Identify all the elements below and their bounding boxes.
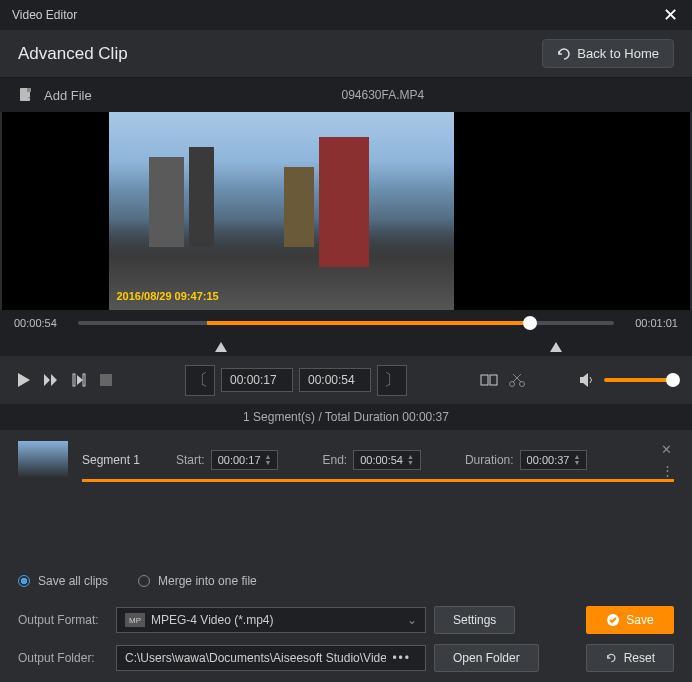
segment-end-input[interactable]: 00:00:54▲▼ [353,450,421,470]
spacer [0,490,692,566]
timeline-track[interactable] [78,321,614,325]
output-format-row: Output Format: MP MPEG-4 Video (*.mp4) ⌄… [18,606,674,634]
segment-start-input[interactable]: 00:00:17▲▼ [211,450,279,470]
svg-rect-1 [27,88,31,92]
clip-markers [0,336,692,356]
segment-more-icon[interactable]: ⋮ [661,463,674,478]
set-start-button[interactable]: 〔 [185,365,215,396]
radio-icon [18,575,30,587]
svg-rect-5 [100,374,112,386]
svg-rect-3 [73,374,75,386]
reset-button[interactable]: Reset [586,644,674,672]
save-button[interactable]: Save [586,606,674,634]
svg-rect-4 [83,374,85,386]
svg-point-9 [520,382,525,387]
svg-rect-7 [490,375,497,385]
segment-end-label: End: [322,453,347,467]
segment-thumbnail [18,441,68,479]
back-to-home-button[interactable]: Back to Home [542,39,674,68]
segment-end-field: End: 00:00:54▲▼ [322,450,420,470]
back-label: Back to Home [577,46,659,61]
playback-controls: 〔 00:00:17 00:00:54 〕 [0,356,692,404]
timeline: 00:00:54 00:01:01 [0,310,692,336]
titlebar: Video Editor ✕ [0,0,692,30]
output-folder-input[interactable]: C:\Users\wawa\Documents\Aiseesoft Studio… [116,645,426,671]
segments-summary: 1 Segment(s) / Total Duration 00:00:37 [0,404,692,430]
current-time: 00:00:54 [14,317,68,329]
preview-frame: 2016/08/29 09:47:15 [109,112,454,310]
output-folder-row: Output Folder: C:\Users\wawa\Documents\A… [18,644,674,672]
save-options: Save all clips Merge into one file [0,566,692,596]
volume-control [580,373,674,387]
output-panel: Output Format: MP MPEG-4 Video (*.mp4) ⌄… [0,596,692,682]
merge-label: Merge into one file [158,574,257,588]
mpeg-icon: MP [125,613,145,627]
segment-delete-icon[interactable]: ✕ [661,442,674,457]
save-all-radio[interactable]: Save all clips [18,574,108,588]
segment-row[interactable]: Segment 1 Start: 00:00:17▲▼ End: 00:00:5… [0,430,692,490]
volume-slider[interactable] [604,378,674,382]
video-preview[interactable]: 2016/08/29 09:47:15 [2,112,690,310]
close-button[interactable]: ✕ [660,4,680,26]
output-folder-value: C:\Users\wawa\Documents\Aiseesoft Studio… [125,651,386,665]
split-tools [480,372,526,388]
chevron-down-icon: ⌄ [407,613,417,627]
open-folder-button[interactable]: Open Folder [434,644,539,672]
browse-folder-button[interactable]: ••• [386,651,417,665]
segment-duration-field: Duration: 00:00:37▲▼ [465,450,587,470]
timeline-thumb[interactable] [523,316,537,330]
back-icon [557,47,571,61]
output-folder-label: Output Folder: [18,651,108,665]
svg-text:+: + [28,93,33,102]
page-title: Advanced Clip [18,44,128,64]
toolbar: + Add File 094630FA.MP4 [0,78,692,112]
clip-start-marker[interactable] [215,342,227,352]
svg-rect-6 [481,375,488,385]
output-format-label: Output Format: [18,613,108,627]
segment-progress-bar [82,479,674,482]
output-format-select[interactable]: MP MPEG-4 Video (*.mp4) ⌄ [116,607,426,633]
play-button[interactable] [18,373,30,387]
add-file-button[interactable]: + Add File [18,87,92,103]
settings-button[interactable]: Settings [434,606,515,634]
preview-timestamp: 2016/08/29 09:47:15 [117,290,219,302]
clip-range-group: 〔 00:00:17 00:00:54 〕 [185,365,407,396]
svg-point-8 [510,382,515,387]
split-button[interactable] [480,372,498,388]
current-filename: 094630FA.MP4 [92,88,674,102]
window-title: Video Editor [12,8,77,22]
header: Advanced Clip Back to Home [0,30,692,78]
segment-start-field: Start: 00:00:17▲▼ [176,450,278,470]
segment-duration-label: Duration: [465,453,514,467]
volume-thumb[interactable] [666,373,680,387]
output-format-value: MPEG-4 Video (*.mp4) [151,613,274,627]
volume-icon[interactable] [580,373,596,387]
radio-icon [138,575,150,587]
segment-actions: ✕ ⋮ [661,442,674,478]
add-file-label: Add File [44,88,92,103]
segment-name: Segment 1 [82,453,162,467]
next-frame-button[interactable] [72,373,86,387]
clip-end-marker[interactable] [550,342,562,352]
clip-end-input[interactable]: 00:00:54 [299,368,371,392]
segment-start-label: Start: [176,453,205,467]
clip-start-input[interactable]: 00:00:17 [221,368,293,392]
fast-forward-button[interactable] [44,374,58,386]
timeline-fill [207,321,529,325]
merge-radio[interactable]: Merge into one file [138,574,257,588]
total-time: 00:01:01 [624,317,678,329]
file-add-icon: + [18,87,34,103]
cut-button[interactable] [508,372,526,388]
save-all-label: Save all clips [38,574,108,588]
reset-icon [605,651,618,665]
segment-duration-input[interactable]: 00:00:37▲▼ [520,450,588,470]
set-end-button[interactable]: 〕 [377,365,407,396]
stop-button[interactable] [100,374,112,386]
check-icon [606,613,620,627]
